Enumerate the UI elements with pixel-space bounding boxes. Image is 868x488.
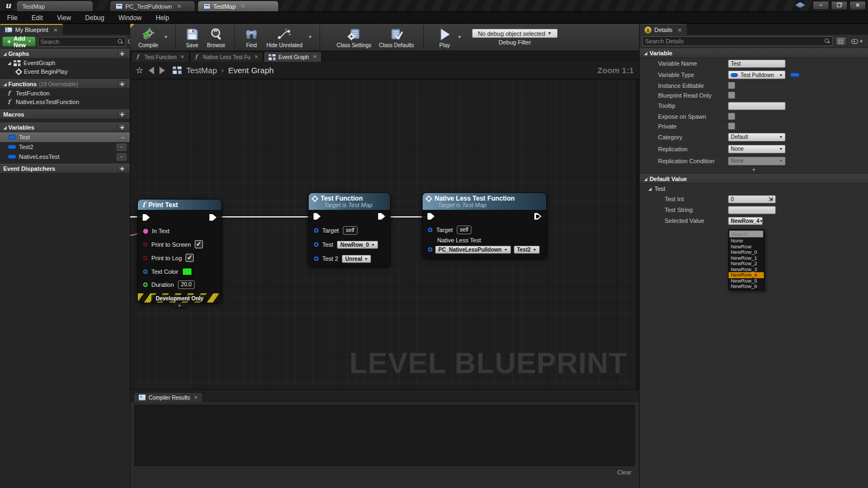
add-graph-button[interactable]: ＋ bbox=[118, 50, 126, 57]
variable-item-test[interactable]: Test ∼ bbox=[0, 132, 130, 142]
exec-out-pin[interactable] bbox=[209, 214, 216, 221]
add-new-button[interactable]: ＋ Add New ▼ bbox=[2, 36, 36, 47]
dropdown-item-selected[interactable]: NewRow_4 bbox=[729, 272, 764, 278]
node-print-text[interactable]: f Print Text In Text Print to Screen ✓ bbox=[137, 199, 222, 303]
breadcrumb-current[interactable]: Event Graph bbox=[228, 66, 273, 75]
expand-icon[interactable]: ⇲ bbox=[769, 196, 773, 202]
dropdown-item[interactable]: NewRow_2 bbox=[729, 261, 764, 267]
clear-button[interactable]: Clear bbox=[617, 469, 631, 476]
close-icon[interactable]: ✕ bbox=[53, 27, 58, 33]
asset-tab-testmap[interactable]: TestMap ✕ bbox=[197, 1, 279, 11]
level-tab-testmap[interactable]: TestMap bbox=[16, 1, 93, 11]
close-icon[interactable]: ✕ bbox=[241, 3, 245, 9]
test-dropdown[interactable]: NewRow_0 ▼ bbox=[337, 241, 378, 249]
variable-section-header[interactable]: ◢ Variable bbox=[640, 48, 868, 58]
add-variable-button[interactable]: ＋ bbox=[118, 124, 126, 131]
test2-dropdown[interactable]: Unreal ▼ bbox=[342, 255, 371, 263]
instance-editable-checkbox[interactable] bbox=[728, 82, 735, 89]
value-dropdown[interactable]: Test2 ▼ bbox=[514, 246, 540, 254]
test-struct-group[interactable]: ◢ Test bbox=[640, 184, 868, 194]
chevron-down-icon[interactable]: ▼ bbox=[162, 35, 170, 40]
checkbox-checked[interactable]: ✓ bbox=[186, 254, 194, 262]
tooltip-input[interactable] bbox=[728, 102, 786, 110]
class-defaults-button[interactable]: Class Defaults bbox=[375, 25, 418, 49]
details-visibility-button[interactable]: ▼ bbox=[849, 36, 865, 46]
pin-in-text[interactable] bbox=[143, 229, 148, 234]
add-function-button[interactable]: ＋ bbox=[118, 80, 126, 88]
play-button[interactable]: Play bbox=[433, 25, 456, 49]
chevron-down-icon[interactable]: ▼ bbox=[307, 35, 314, 40]
duration-value[interactable]: 20.0 bbox=[178, 280, 195, 289]
test-int-input[interactable]: 0 ⇲ bbox=[728, 195, 776, 203]
exec-in-pin[interactable] bbox=[314, 213, 321, 220]
variable-name-input[interactable] bbox=[728, 60, 786, 68]
node-header[interactable]: Test Function Target is Test Map bbox=[309, 193, 390, 210]
exec-out-pin[interactable] bbox=[378, 213, 385, 220]
pin-text-color[interactable] bbox=[143, 269, 148, 274]
close-icon[interactable]: ✕ bbox=[194, 395, 198, 400]
chevron-down-icon[interactable]: ▼ bbox=[456, 35, 463, 40]
pin-print-to-log[interactable] bbox=[143, 256, 148, 260]
close-icon[interactable]: ✕ bbox=[180, 54, 184, 60]
favorite-star-icon[interactable]: ☆ bbox=[136, 65, 143, 75]
add-macro-button[interactable]: ＋ bbox=[118, 111, 126, 118]
private-checkbox[interactable] bbox=[728, 123, 735, 130]
dropdown-item[interactable]: NewRow_0 bbox=[729, 249, 764, 255]
save-button[interactable]: Save bbox=[181, 25, 203, 49]
pin-native-less-test[interactable] bbox=[428, 247, 432, 252]
event-dispatchers-section-header[interactable]: Event Dispatchers ＋ bbox=[0, 164, 130, 174]
variable-item-test2[interactable]: Test2 ∼ bbox=[0, 142, 130, 152]
dropdown-item[interactable]: NewRow_6 bbox=[729, 284, 764, 290]
category-dropdown[interactable]: Default ▼ bbox=[728, 133, 786, 142]
eventgraph-item[interactable]: ◢ EventGraph bbox=[0, 59, 130, 67]
collapse-node-arrow[interactable]: ▲ bbox=[173, 303, 187, 309]
pin-test-2[interactable] bbox=[314, 256, 318, 261]
checkbox-checked[interactable]: ✓ bbox=[195, 240, 203, 248]
menu-debug[interactable]: Debug bbox=[78, 12, 111, 24]
blueprint-search-input[interactable] bbox=[41, 38, 118, 45]
minimize-icon[interactable]: – bbox=[813, 1, 829, 10]
variable-item-nativelesstest[interactable]: NativeLessTest ∼ bbox=[0, 152, 130, 162]
details-tab[interactable]: i Details ✕ bbox=[640, 24, 687, 35]
my-blueprint-tab[interactable]: My Blueprint ✕ bbox=[0, 24, 63, 35]
add-event-dispatcher-button[interactable]: ＋ bbox=[118, 165, 126, 172]
row-dropdown[interactable]: PC_NativeLessPulldown ▼ bbox=[435, 246, 511, 254]
find-button[interactable]: Find bbox=[240, 25, 263, 49]
function-item-nativelesstestfunction[interactable]: f NativeLessTestFunction bbox=[0, 98, 130, 106]
forward-arrow-icon[interactable] bbox=[159, 67, 165, 74]
closed-eye-icon[interactable]: ∼ bbox=[121, 134, 126, 140]
dropdown-search-input[interactable] bbox=[730, 231, 763, 237]
close-icon[interactable]: ✕ bbox=[678, 27, 682, 33]
pin-target[interactable] bbox=[428, 228, 432, 232]
selected-value-dropdown[interactable]: NewRow_4 ▼ bbox=[728, 217, 763, 225]
breadcrumb-root[interactable]: TestMap bbox=[186, 66, 217, 75]
compile-button[interactable]: Compile bbox=[135, 25, 162, 49]
default-value-section-header[interactable]: ◢ Default Value bbox=[640, 174, 868, 184]
node-header[interactable]: f Print Text bbox=[138, 200, 221, 210]
node-native-less-test-function[interactable]: Native Less Test Function Target is Test… bbox=[422, 192, 547, 259]
debug-object-dropdown[interactable]: No debug object selected ▼ bbox=[472, 29, 558, 38]
class-settings-button[interactable]: Class Settings bbox=[333, 25, 375, 49]
tutorial-cap-icon[interactable] bbox=[795, 2, 805, 9]
test-string-input[interactable] bbox=[728, 206, 776, 214]
exec-in-pin[interactable] bbox=[143, 214, 150, 221]
browse-button[interactable]: Browse bbox=[203, 25, 229, 49]
event-graph-canvas[interactable]: LEVEL BLUEPRINT f Print Text bbox=[130, 79, 639, 389]
close-icon[interactable]: ✕ bbox=[177, 3, 181, 9]
functions-section-header[interactable]: ◢ Functions (19 Overridable) ＋ bbox=[0, 79, 130, 89]
details-search-input[interactable] bbox=[645, 38, 825, 44]
pin-test[interactable] bbox=[314, 242, 318, 247]
macros-section-header[interactable]: Macros ＋ bbox=[0, 110, 130, 119]
menu-edit[interactable]: Edit bbox=[24, 12, 50, 24]
menu-view[interactable]: View bbox=[50, 12, 78, 24]
event-beginplay-item[interactable]: Event BeginPlay bbox=[0, 67, 130, 76]
close-icon[interactable]: ✕ bbox=[312, 54, 317, 60]
menu-window[interactable]: Window bbox=[111, 12, 149, 24]
variables-section-header[interactable]: ◢ Variables ＋ bbox=[0, 123, 130, 132]
close-window-icon[interactable]: ✕ bbox=[850, 1, 866, 10]
dropdown-item[interactable]: None bbox=[729, 238, 764, 244]
doc-tab-event-graph[interactable]: Event Graph ✕ bbox=[264, 52, 322, 62]
menu-file[interactable]: File bbox=[0, 12, 24, 24]
advanced-expander[interactable]: ▼ bbox=[640, 167, 868, 174]
pin-target[interactable] bbox=[314, 228, 318, 233]
